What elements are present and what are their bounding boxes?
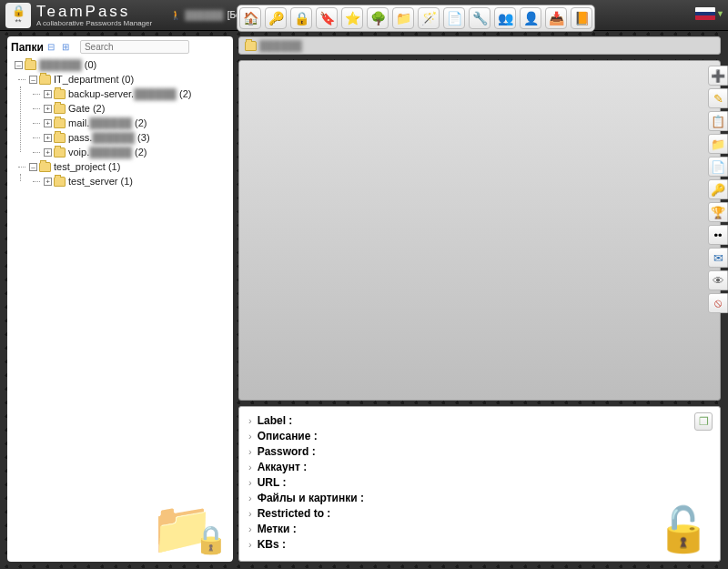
locale-flag-russia[interactable] bbox=[695, 7, 715, 20]
tree-item[interactable]: +test_server (1) bbox=[44, 176, 133, 187]
tree-item-count: (2) bbox=[132, 117, 147, 128]
collapse-icon[interactable]: – bbox=[29, 76, 37, 84]
email-icon[interactable]: ✉ bbox=[708, 248, 728, 268]
detail-label: URL : bbox=[258, 476, 287, 489]
detail-row: KBs : bbox=[248, 538, 711, 551]
wand-icon[interactable]: 🪄 bbox=[418, 7, 440, 29]
detail-row: Метки : bbox=[248, 523, 711, 535]
tree-item[interactable]: –IT_department (0) bbox=[29, 74, 134, 85]
tree-item[interactable]: +mail.██████ (2) bbox=[44, 117, 147, 128]
folder-delete-icon[interactable]: 📁 bbox=[708, 134, 728, 154]
breadcrumb: ██████ bbox=[238, 36, 721, 55]
tree-item[interactable]: +pass.██████ (3) bbox=[44, 132, 150, 143]
expand-icon[interactable]: + bbox=[44, 119, 52, 127]
user-status: 🚶 ██████ [Бог] bbox=[170, 10, 247, 20]
sidebar-decor: 📁🔒 bbox=[150, 498, 228, 558]
import-icon[interactable]: 📥 bbox=[545, 7, 567, 29]
tree-item-count: (2) bbox=[177, 88, 192, 99]
detail-label: Метки : bbox=[258, 523, 297, 535]
star-icon[interactable]: ⭐ bbox=[341, 7, 363, 29]
expand-icon[interactable]: + bbox=[44, 105, 52, 113]
app-subtitle: A collaborative Passwords Manager bbox=[36, 19, 152, 27]
app-title: TeamPass bbox=[36, 4, 152, 19]
tree-item-count: (1) bbox=[106, 161, 121, 172]
item-toolbar: ➕✎📋📁📄🔑🏆••✉👁⦸ bbox=[708, 66, 728, 313]
tree-node: +mail.██████ (2) bbox=[42, 116, 229, 130]
breadcrumb-label: ██████ bbox=[259, 40, 302, 51]
tree-node: +Gate (2) bbox=[42, 101, 229, 116]
detail-label: Restricted to : bbox=[258, 507, 331, 520]
tree-item[interactable]: –██████ (0) bbox=[15, 59, 96, 70]
collapse-all-icon[interactable]: ⊟ bbox=[47, 42, 58, 53]
home-icon[interactable]: 🏠 bbox=[239, 7, 261, 29]
key-gold-icon[interactable]: 🔑 bbox=[708, 179, 728, 199]
item-add-icon[interactable]: ➕ bbox=[708, 66, 728, 86]
book-icon[interactable]: 📙 bbox=[571, 7, 592, 29]
tree-item-count: (3) bbox=[135, 132, 150, 143]
tree-node: +test_server (1) bbox=[42, 174, 229, 188]
tree-node: –██████ (0)–IT_department (0)+backup-ser… bbox=[13, 57, 229, 188]
folder-icon[interactable]: 📁 bbox=[392, 7, 414, 29]
search-input[interactable] bbox=[80, 40, 189, 54]
tree-node: +pass.██████ (3) bbox=[42, 130, 229, 145]
detail-label: Файлы и картинки : bbox=[258, 492, 364, 504]
detail-row: Описание : bbox=[248, 430, 711, 442]
user-icon: 🚶 bbox=[170, 10, 181, 20]
expand-icon[interactable]: + bbox=[44, 178, 52, 186]
tree-item[interactable]: –test_project (1) bbox=[29, 161, 120, 172]
user-name: ██████ bbox=[185, 10, 224, 20]
lock-icon[interactable]: 🔒 bbox=[290, 7, 312, 29]
item-copy-icon[interactable]: 📄 bbox=[708, 157, 728, 177]
trophy-icon[interactable]: 🏆 bbox=[708, 202, 728, 222]
expand-icon[interactable]: + bbox=[44, 90, 52, 98]
expand-all-icon[interactable]: ⊞ bbox=[62, 42, 73, 53]
items-list[interactable] bbox=[238, 60, 721, 401]
content-area: ██████ ❐ 🔓 Label :Описание :Password :Ак… bbox=[238, 36, 721, 562]
eye-icon[interactable]: 👁 bbox=[708, 270, 728, 290]
wrench-icon[interactable]: 🔧 bbox=[469, 7, 490, 29]
expand-icon[interactable]: + bbox=[44, 134, 52, 142]
folder-icon bbox=[39, 75, 51, 85]
item-details: ❐ 🔓 Label :Описание :Password :Аккаунт :… bbox=[238, 406, 721, 562]
folder-tree: –██████ (0)–IT_department (0)+backup-ser… bbox=[11, 57, 229, 188]
users-icon[interactable]: 👥 bbox=[494, 7, 516, 29]
folder-icon bbox=[25, 60, 36, 70]
key-icon[interactable]: 🔑 bbox=[265, 7, 287, 29]
page-icon[interactable]: 📄 bbox=[443, 7, 465, 29]
stop-icon[interactable]: ⦸ bbox=[708, 293, 728, 313]
tree-item-label: mail.██████ bbox=[68, 117, 132, 128]
details-decor: 🔓 bbox=[656, 503, 711, 555]
tree-item-count: (0) bbox=[119, 74, 135, 85]
tree-node: –IT_department (0)+backup-server.██████ … bbox=[27, 72, 229, 159]
tree-item[interactable]: +voip.██████ (2) bbox=[44, 147, 147, 157]
user-icon[interactable]: 👤 bbox=[520, 7, 541, 29]
app-logo: 🔒** bbox=[5, 3, 31, 28]
detail-row: Файлы и картинки : bbox=[248, 492, 711, 504]
tree-item[interactable]: +Gate (2) bbox=[44, 103, 105, 114]
folder-icon bbox=[54, 118, 66, 128]
tree-item-label: test_server bbox=[68, 176, 117, 187]
expand-icon[interactable]: + bbox=[44, 148, 52, 157]
tag-icon[interactable]: 🔖 bbox=[316, 7, 338, 29]
item-edit-icon[interactable]: ✎ bbox=[708, 88, 728, 108]
tree-item-label: voip.██████ bbox=[68, 147, 132, 157]
tree-item-count: (0) bbox=[82, 59, 97, 70]
locale-dropdown-icon[interactable]: ▼ bbox=[716, 9, 724, 18]
tree-item-count: (2) bbox=[132, 147, 147, 157]
tree-icon[interactable]: 🌳 bbox=[367, 7, 389, 29]
collapse-icon[interactable]: – bbox=[15, 61, 23, 69]
password-mask-icon[interactable]: •• bbox=[708, 225, 728, 245]
tree-item[interactable]: +backup-server.██████ (2) bbox=[44, 88, 191, 99]
tree-node: +voip.██████ (2) bbox=[42, 145, 229, 159]
tree-node: +backup-server.██████ (2) bbox=[42, 86, 229, 101]
folder-sidebar: Папки ⊟ ⊞ –██████ (0)–IT_department (0)+… bbox=[7, 36, 233, 562]
tree-node: –test_project (1)+test_server (1) bbox=[27, 159, 229, 188]
sidebar-title: Папки bbox=[11, 41, 44, 54]
detail-label: Password : bbox=[258, 445, 316, 458]
item-paste-icon[interactable]: 📋 bbox=[708, 111, 728, 131]
copy-button[interactable]: ❐ bbox=[694, 412, 713, 431]
detail-label: Label : bbox=[258, 414, 293, 427]
tree-item-label: ██████ bbox=[39, 59, 82, 70]
collapse-icon[interactable]: – bbox=[29, 163, 37, 171]
detail-label: KBs : bbox=[258, 538, 286, 551]
